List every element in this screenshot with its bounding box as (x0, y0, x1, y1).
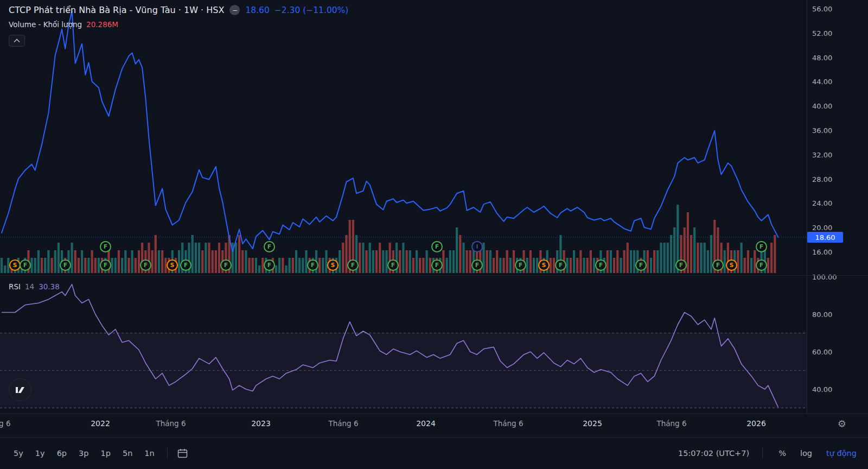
range-button-5n[interactable]: 5n (118, 446, 137, 460)
event-marker-f[interactable]: F (471, 259, 483, 271)
price-scale[interactable]: 18.60 56.0052.0048.0044.0040.0036.0032.0… (807, 0, 868, 414)
range-buttons-group: 5y1y6p3p1p5n1n (9, 446, 159, 460)
range-button-1n[interactable]: 1n (139, 446, 159, 460)
event-marker-f[interactable]: F (756, 259, 767, 271)
volume-value: 20.286M (86, 20, 118, 29)
rsi-scale-label: 100.00 (812, 273, 837, 281)
event-marker-i[interactable]: I (471, 241, 483, 252)
rsi-length: 14 (25, 282, 34, 291)
minus-badge[interactable]: − (229, 5, 240, 15)
price-scale-label: 52.00 (812, 29, 832, 37)
axis-month-label: Tháng 6 (493, 419, 523, 428)
range-button-1p[interactable]: 1p (96, 446, 116, 460)
axis-separator (0, 414, 868, 414)
price-scale-label: 40.00 (812, 102, 832, 110)
event-markers-layer: SFFFFFSFFFFFSFFFFFIFSFFFFFSFF (0, 0, 807, 414)
axis-month-label: Tháng 6 (328, 419, 358, 428)
rsi-scale-label: 60.00 (812, 348, 832, 356)
price-scale-label: 48.00 (812, 54, 832, 62)
event-marker-f[interactable]: F (180, 259, 192, 271)
event-marker-f[interactable]: F (515, 259, 526, 271)
event-marker-f[interactable]: F (756, 241, 767, 252)
axis-month-label: Tháng 6 (656, 419, 686, 428)
clock[interactable]: 15:07:02 (UTC+7) (678, 449, 749, 458)
event-marker-f[interactable]: F (60, 259, 71, 271)
legend: CTCP Phát triển Nhà Bà Rịa - Vũng Tàu · … (9, 5, 348, 47)
price-scale-label: 28.00 (812, 175, 832, 183)
axis-month-label: Tháng 6 (0, 419, 11, 428)
event-marker-f[interactable]: F (100, 241, 111, 252)
range-button-5y[interactable]: 5y (9, 446, 28, 460)
axis-year-label: 2025 (583, 419, 602, 428)
event-marker-f[interactable]: F (264, 241, 275, 252)
event-marker-f[interactable]: F (347, 259, 359, 271)
axis-year-label: 2023 (251, 419, 271, 428)
price-scale-label: 36.00 (812, 126, 832, 135)
axis-year-label: 2024 (416, 419, 436, 428)
event-marker-f[interactable]: F (100, 259, 111, 271)
axis-year-label: 2022 (91, 419, 110, 428)
event-marker-f[interactable]: F (140, 259, 151, 271)
price-scale-label: 44.00 (812, 78, 832, 86)
event-marker-f[interactable]: F (307, 259, 318, 271)
event-marker-s[interactable]: S (726, 259, 737, 271)
symbol-title[interactable]: CTCP Phát triển Nhà Bà Rịa - Vũng Tàu · … (9, 5, 224, 15)
toolbar-divider (167, 448, 168, 459)
last-price-value: 18.60 (245, 5, 269, 15)
current-price-tag: 18.60 (807, 232, 843, 243)
event-marker-f[interactable]: F (675, 259, 687, 271)
collapse-indicators-button[interactable] (9, 35, 25, 47)
price-scale-label: 16.00 (812, 248, 832, 256)
event-marker-f[interactable]: F (595, 259, 607, 271)
go-to-date-button[interactable] (175, 446, 190, 461)
event-marker-f[interactable]: F (431, 241, 443, 252)
price-scale-label: 20.00 (812, 224, 832, 232)
axis-month-label: Tháng 6 (156, 419, 186, 428)
range-button-3p[interactable]: 3p (74, 446, 93, 460)
range-button-1y[interactable]: 1y (30, 446, 50, 460)
rsi-legend: RSI 14 30.38 (9, 282, 60, 291)
price-scale-label: 24.00 (812, 199, 832, 207)
volume-label[interactable]: Volume - Khối lượng (9, 20, 82, 29)
event-marker-s[interactable]: S (327, 259, 339, 271)
event-marker-f[interactable]: F (264, 259, 275, 271)
event-marker-f[interactable]: F (712, 259, 724, 271)
chevron-up-icon (14, 39, 20, 43)
log-scale-button[interactable]: log (797, 447, 815, 459)
event-marker-s[interactable]: S (9, 259, 21, 271)
rsi-label[interactable]: RSI (9, 282, 21, 291)
calendar-icon (177, 448, 188, 459)
gear-icon[interactable]: ⚙ (838, 418, 846, 430)
time-axis[interactable]: ⚙ Tháng 62022Tháng 62023Tháng 62024Tháng… (0, 414, 868, 437)
event-marker-s[interactable]: S (538, 259, 550, 271)
axis-year-label: 2026 (746, 419, 766, 428)
trading-chart-app: SFFFFFSFFFFFSFFFFFIFSFFFFFSFF CTCP Phát … (0, 0, 868, 469)
tradingview-logo[interactable] (9, 378, 31, 401)
event-marker-f[interactable]: F (220, 259, 232, 271)
auto-scale-button[interactable]: tự động (824, 447, 859, 459)
toolbar-separator (0, 437, 868, 438)
price-change-value: −2.30 (−11.00%) (275, 5, 349, 15)
rsi-value: 30.38 (39, 282, 60, 291)
percent-scale-button[interactable]: % (776, 447, 789, 459)
tv-mark-icon (14, 384, 26, 396)
event-marker-f[interactable]: F (431, 259, 443, 271)
range-button-6p[interactable]: 6p (52, 446, 72, 460)
bottom-toolbar: 5y1y6p3p1p5n1n 15:07:02 (UTC+7) % log tự… (0, 438, 868, 469)
price-scale-label: 56.00 (812, 5, 832, 13)
price-scale-label: 32.00 (812, 151, 832, 159)
event-marker-f[interactable]: F (635, 259, 647, 271)
rsi-scale-label: 40.00 (812, 385, 832, 394)
event-marker-s[interactable]: S (167, 259, 178, 271)
event-marker-f[interactable]: F (20, 259, 31, 271)
toolbar-divider (762, 448, 763, 459)
event-marker-f[interactable]: F (555, 259, 566, 271)
event-marker-f[interactable]: F (387, 259, 399, 271)
rsi-scale-label: 80.00 (812, 310, 832, 319)
